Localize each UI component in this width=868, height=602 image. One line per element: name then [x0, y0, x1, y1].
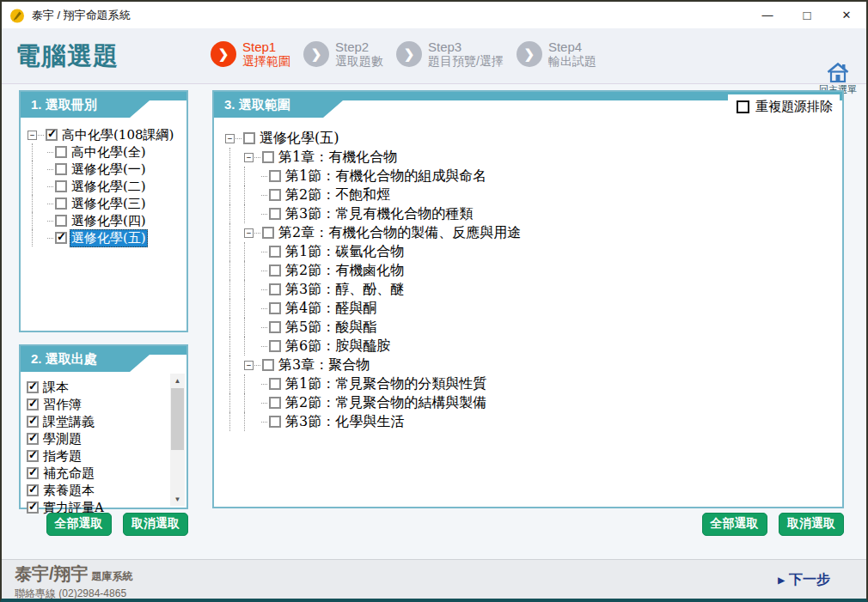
checkbox-unchecked[interactable]: [269, 397, 281, 409]
tree-item-label[interactable]: 第2節：有機鹵化物: [284, 262, 406, 280]
checkbox-checked[interactable]: [55, 232, 67, 244]
checkbox-unchecked[interactable]: [269, 283, 281, 295]
tree-item-label[interactable]: 第3章：聚合物: [277, 356, 371, 374]
collapse-icon[interactable]: −: [244, 228, 254, 238]
checkbox-unchecked[interactable]: [269, 246, 281, 258]
deselect-all-scope-button[interactable]: 取消選取: [779, 513, 844, 536]
checkbox-unchecked[interactable]: [269, 416, 281, 428]
tree-item-label[interactable]: 第3節：常見有機化合物的種類: [284, 205, 474, 223]
collapse-icon[interactable]: −: [28, 131, 37, 140]
collapse-icon[interactable]: −: [225, 134, 235, 143]
tree-item-label[interactable]: 選修化學(五): [70, 229, 148, 247]
checkbox-unchecked[interactable]: [55, 180, 67, 192]
checkbox-checked[interactable]: [27, 450, 39, 462]
deselect-all-sources-button[interactable]: 取消選取: [123, 513, 188, 536]
tree-connector: [229, 374, 244, 393]
minimize-icon[interactable]: —: [748, 2, 787, 28]
chevron-right-icon: ❯: [211, 41, 236, 67]
list-item: 學測題: [27, 430, 168, 447]
tree-connector: [47, 204, 53, 204]
checkbox-unchecked[interactable]: [269, 321, 281, 333]
checkbox-unchecked[interactable]: [55, 215, 67, 227]
scrollbar-thumb[interactable]: [171, 388, 184, 450]
tree-item-label[interactable]: 高中化學(108課綱): [60, 127, 175, 143]
step-1[interactable]: ❯ Step1 選擇範圍: [211, 40, 290, 68]
list-item-label[interactable]: 素養題本: [41, 483, 96, 499]
tree-item-label[interactable]: 選修化學(一): [70, 161, 148, 178]
checkbox-unchecked[interactable]: [55, 163, 67, 175]
next-step-label: 下一步: [789, 571, 830, 589]
checkbox-checked[interactable]: [27, 416, 39, 428]
tree-connector: [261, 214, 267, 215]
list-item-label[interactable]: 指考題: [41, 448, 83, 465]
step-3[interactable]: ❯ Step3 題目預覽/選擇: [396, 40, 504, 68]
tree-item-label[interactable]: 第6節：胺與醯胺: [284, 337, 392, 356]
list-item-label[interactable]: 習作簿: [41, 397, 83, 413]
tree-item-label[interactable]: 第2章：有機化合物的製備、反應與用途: [277, 224, 523, 242]
select-all-scope-button[interactable]: 全部選取: [702, 513, 767, 536]
scroll-down-icon[interactable]: ▼: [170, 492, 185, 506]
checkbox-unchecked[interactable]: [269, 340, 281, 352]
checkbox-unchecked[interactable]: [269, 378, 281, 390]
tree-item-label[interactable]: 選修化學(五): [258, 130, 340, 148]
tree-item-label[interactable]: 第1章：有機化合物: [277, 149, 399, 167]
collapse-icon[interactable]: −: [244, 153, 254, 162]
checkbox-checked[interactable]: [46, 129, 58, 141]
checkbox-unchecked[interactable]: [262, 227, 274, 239]
dedupe-checkbox-unchecked[interactable]: [737, 100, 749, 113]
list-item-label[interactable]: 補充命題: [41, 465, 96, 482]
tree-item: 第3節：常見有機化合物的種類: [225, 204, 840, 223]
tree-item-label[interactable]: 第1節：碳氫化合物: [284, 243, 406, 261]
tree-item-label[interactable]: 選修化學(二): [70, 179, 148, 195]
dedupe-label[interactable]: 重複題源排除: [755, 99, 833, 115]
panel-2-header: 2. 選取出處: [21, 346, 186, 372]
checkbox-checked[interactable]: [27, 467, 39, 479]
next-step-button[interactable]: ▶ 下一步: [778, 571, 830, 589]
scrollbar[interactable]: ▲ ▼: [170, 374, 185, 506]
tree-item-label[interactable]: 第3節：化學與生活: [284, 413, 406, 431]
tree-item-label[interactable]: 高中化學(全): [70, 144, 148, 161]
step-4[interactable]: ❯ Step4 輸出試題: [517, 40, 596, 68]
tree-item-label[interactable]: 第2節：不飽和烴: [284, 186, 392, 204]
tree-item: 第5節：酸與酯: [225, 318, 840, 337]
maximize-icon[interactable]: □: [787, 2, 827, 28]
tree-item-label[interactable]: 選修化學(四): [70, 213, 148, 229]
checkbox-unchecked[interactable]: [269, 189, 281, 201]
close-icon[interactable]: ✕: [827, 2, 866, 28]
tree-item-label[interactable]: 第3節：醇、酚、醚: [284, 281, 406, 299]
tree-item-label[interactable]: 第1節：常見聚合物的分類與性質: [284, 375, 488, 393]
scroll-up-icon[interactable]: ▲: [170, 374, 185, 387]
select-all-sources-button[interactable]: 全部選取: [46, 513, 112, 536]
collapse-icon[interactable]: −: [244, 361, 254, 370]
checkbox-unchecked[interactable]: [243, 132, 255, 144]
scope-actions: 全部選取 取消選取: [212, 513, 844, 536]
checkbox-unchecked[interactable]: [269, 208, 281, 220]
checkbox-unchecked[interactable]: [55, 198, 67, 210]
checkbox-unchecked[interactable]: [269, 265, 281, 277]
checkbox-unchecked[interactable]: [55, 146, 67, 158]
list-item-label[interactable]: 課本: [41, 380, 70, 396]
checkbox-unchecked[interactable]: [262, 151, 274, 163]
checkbox-unchecked[interactable]: [262, 359, 274, 371]
checkbox-unchecked[interactable]: [269, 302, 281, 314]
tree-item-label[interactable]: 選修化學(三): [70, 196, 148, 212]
checkbox-checked[interactable]: [27, 381, 39, 393]
window-title: 泰宇 / 翔宇命題系統: [32, 8, 131, 23]
checkbox-checked[interactable]: [27, 502, 39, 514]
checkbox-unchecked[interactable]: [269, 170, 281, 182]
list-item-label[interactable]: 學測題: [41, 431, 83, 447]
checkbox-checked[interactable]: [27, 433, 39, 445]
contact-line: 聯絡專線 (02)2984-4865: [15, 587, 133, 601]
step-2[interactable]: ❯ Step2 選取題數: [303, 40, 383, 68]
checkbox-checked[interactable]: [27, 484, 39, 496]
tree-item-label[interactable]: 第4節：醛與酮: [284, 300, 378, 318]
tree-item: − 選修化學(五): [225, 129, 840, 148]
list-item-label[interactable]: 課堂講義: [41, 414, 96, 430]
dedupe-option: 重複題源排除: [728, 94, 840, 119]
tree-item-label[interactable]: 第1節：有機化合物的組成與命名: [284, 167, 488, 185]
next-arrow-icon: ▶: [778, 575, 785, 585]
checkbox-checked[interactable]: [27, 398, 39, 410]
tree-item-label[interactable]: 第5節：酸與酯: [284, 319, 378, 337]
tree-item: 選修化學(四): [28, 212, 185, 229]
tree-item-label[interactable]: 第2節：常見聚合物的結構與製備: [284, 394, 488, 412]
